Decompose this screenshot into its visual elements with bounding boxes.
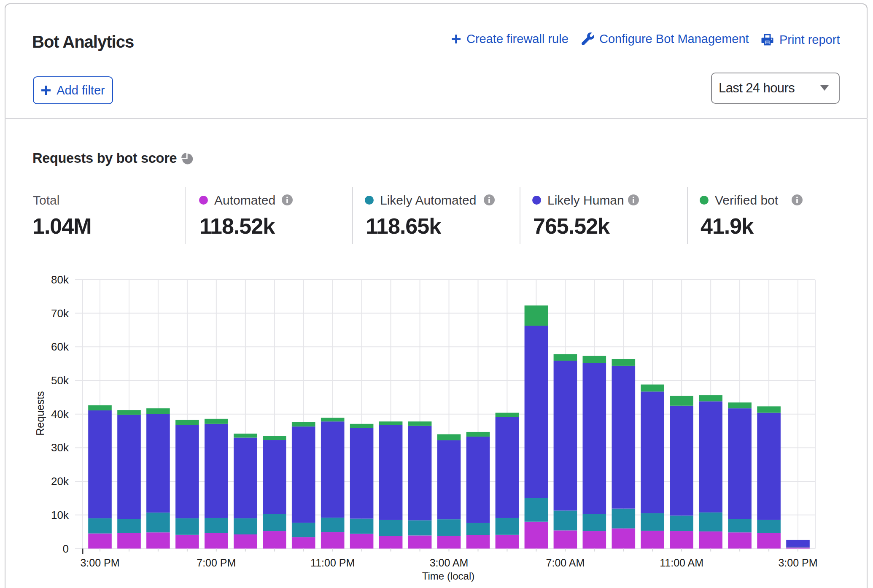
svg-text:10k: 10k [51,509,69,521]
svg-text:11:00 AM: 11:00 AM [660,557,703,569]
svg-text:3:00 AM: 3:00 AM [430,557,469,569]
svg-text:Time (local): Time (local) [422,570,474,582]
svg-text:70k: 70k [51,307,69,320]
svg-text:80k: 80k [51,273,69,286]
svg-text:40k: 40k [51,408,69,421]
svg-text:0: 0 [63,542,69,555]
svg-text:7:00 AM: 7:00 AM [546,557,585,569]
svg-text:30k: 30k [51,441,69,454]
svg-text:3:00 PM: 3:00 PM [778,557,817,569]
svg-text:7:00 PM: 7:00 PM [197,557,236,569]
svg-text:3:00 PM: 3:00 PM [80,557,119,569]
svg-text:11:00 PM: 11:00 PM [310,557,355,569]
svg-text:60k: 60k [51,340,69,353]
svg-text:50k: 50k [51,374,69,387]
svg-text:20k: 20k [51,475,69,488]
svg-text:Requests: Requests [34,391,46,436]
